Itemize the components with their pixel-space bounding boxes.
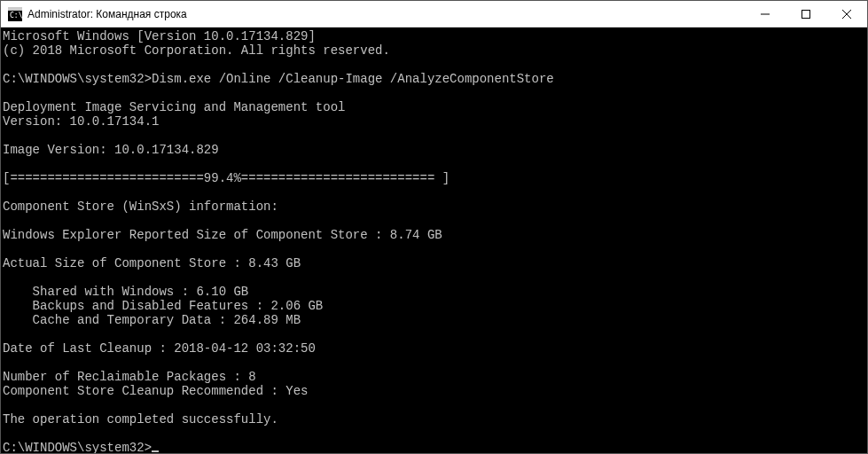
window-title: Administrator: Командная строка <box>27 8 745 20</box>
line: Windows Explorer Reported Size of Compon… <box>3 228 442 242</box>
svg-text:C:\: C:\ <box>10 12 22 20</box>
line: Microsoft Windows [Version 10.0.17134.82… <box>3 29 316 43</box>
line: Cache and Temporary Data : 264.89 MB <box>3 313 301 327</box>
line: Actual Size of Component Store : 8.43 GB <box>3 256 301 270</box>
titlebar[interactable]: C:\ Administrator: Командная строка <box>1 1 867 27</box>
progress-line: [==========================99.4%========… <box>3 171 450 185</box>
prompt-line: C:\WINDOWS\system32> <box>3 441 152 453</box>
svg-rect-4 <box>802 10 810 18</box>
line: Number of Reclaimable Packages : 8 <box>3 370 256 384</box>
line: Version: 10.0.17134.1 <box>3 114 159 129</box>
cmd-icon: C:\ <box>8 7 22 21</box>
cursor <box>152 450 159 452</box>
line: (c) 2018 Microsoft Corporation. All righ… <box>3 43 390 58</box>
line: The operation completed successfully. <box>3 412 278 427</box>
line: Shared with Windows : 6.10 GB <box>3 285 248 299</box>
close-button[interactable] <box>826 1 867 27</box>
line: Deployment Image Servicing and Managemen… <box>3 100 345 114</box>
prompt-line: C:\WINDOWS\system32>Dism.exe /Online /Cl… <box>3 72 554 86</box>
line: Component Store (WinSxS) information: <box>3 200 278 214</box>
maximize-button[interactable] <box>786 1 826 27</box>
terminal-output[interactable]: Microsoft Windows [Version 10.0.17134.82… <box>1 27 867 453</box>
svg-rect-1 <box>8 7 22 11</box>
minimize-button[interactable] <box>745 1 786 27</box>
line: Image Version: 10.0.17134.829 <box>3 143 219 157</box>
line: Component Store Cleanup Recommended : Ye… <box>3 384 308 398</box>
line: Date of Last Cleanup : 2018-04-12 03:32:… <box>3 341 316 356</box>
window-controls <box>745 1 867 27</box>
line: Backups and Disabled Features : 2.06 GB <box>3 299 323 313</box>
